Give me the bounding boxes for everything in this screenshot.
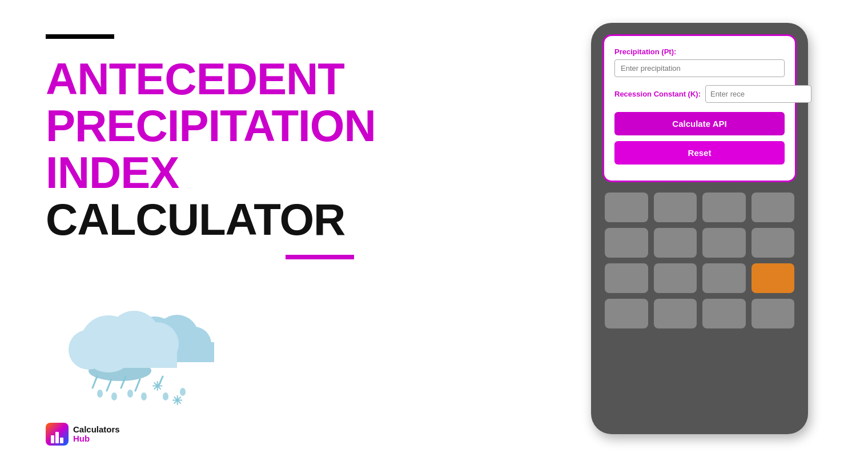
logo: Calculators Hub bbox=[46, 423, 120, 446]
svg-point-16 bbox=[127, 390, 133, 398]
logo-bar-2 bbox=[55, 432, 59, 443]
logo-bar-3 bbox=[60, 438, 63, 443]
recession-label: Recession Constant (K): bbox=[614, 90, 701, 98]
calculator-screen: Precipitation (Pt): Recession Constant (… bbox=[602, 34, 797, 182]
title-block: ANTECEDENT PRECIPITATION INDEX CALCULATO… bbox=[46, 56, 520, 243]
svg-line-11 bbox=[107, 379, 111, 391]
key-8[interactable] bbox=[752, 228, 795, 258]
key-1[interactable] bbox=[605, 193, 648, 222]
logo-bar-1 bbox=[51, 435, 54, 443]
logo-name2: Hub bbox=[73, 434, 120, 444]
key-6[interactable] bbox=[654, 228, 697, 258]
svg-line-13 bbox=[135, 379, 140, 391]
recession-row: Recession Constant (K): bbox=[614, 85, 785, 103]
svg-point-14 bbox=[97, 390, 103, 398]
key-3[interactable] bbox=[702, 193, 746, 222]
svg-line-10 bbox=[93, 376, 97, 388]
top-decorative-bar bbox=[46, 34, 114, 39]
key-15[interactable] bbox=[752, 299, 795, 328]
key-12[interactable] bbox=[605, 299, 648, 328]
key-11[interactable] bbox=[702, 263, 746, 293]
precipitation-label: Precipitation (Pt): bbox=[614, 47, 785, 56]
calculator-device: Precipitation (Pt): Recession Constant (… bbox=[591, 23, 808, 434]
key-13[interactable] bbox=[654, 299, 697, 328]
logo-icon bbox=[46, 423, 69, 446]
svg-text:✳: ✳ bbox=[172, 394, 183, 408]
reset-button[interactable]: Reset bbox=[614, 141, 785, 165]
title-line3: CALCULATOR bbox=[46, 197, 520, 243]
mid-decorative-bar bbox=[286, 255, 354, 259]
cloud-illustration: ✳ ✳ bbox=[46, 282, 228, 419]
svg-point-17 bbox=[141, 392, 147, 400]
svg-point-21 bbox=[163, 392, 168, 400]
svg-point-22 bbox=[180, 388, 186, 396]
logo-name1: Calculators bbox=[73, 425, 120, 435]
keypad bbox=[602, 193, 797, 328]
key-2[interactable] bbox=[654, 193, 697, 222]
key-7[interactable] bbox=[702, 228, 746, 258]
key-9[interactable] bbox=[605, 263, 648, 293]
title-line2: PRECIPITATION INDEX bbox=[46, 103, 520, 197]
key-5[interactable] bbox=[605, 228, 648, 258]
key-14[interactable] bbox=[702, 299, 746, 328]
calculate-button[interactable]: Calculate API bbox=[614, 112, 785, 135]
recession-input[interactable] bbox=[705, 85, 811, 103]
key-orange[interactable] bbox=[752, 263, 795, 293]
key-4[interactable] bbox=[752, 193, 795, 222]
svg-point-15 bbox=[111, 392, 117, 400]
svg-rect-9 bbox=[86, 345, 177, 368]
logo-text: Calculators Hub bbox=[73, 425, 120, 444]
right-section: Precipitation (Pt): Recession Constant (… bbox=[554, 0, 868, 457]
title-line1: ANTECEDENT bbox=[46, 56, 520, 103]
left-section: ANTECEDENT PRECIPITATION INDEX CALCULATO… bbox=[0, 0, 554, 457]
key-10[interactable] bbox=[654, 263, 697, 293]
precipitation-input[interactable] bbox=[614, 59, 785, 77]
